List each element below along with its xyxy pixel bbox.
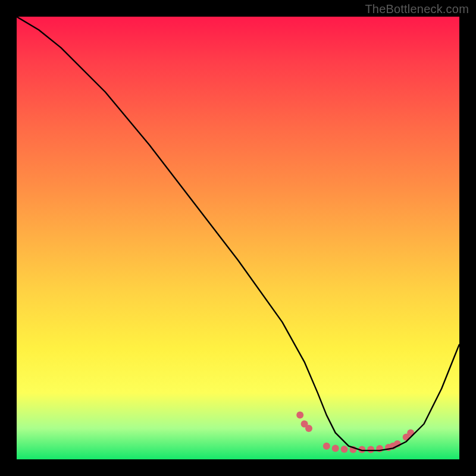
- marker-dot: [323, 443, 330, 450]
- marker-dot: [341, 446, 348, 453]
- chart-svg: [17, 17, 459, 459]
- marker-dot: [367, 446, 374, 453]
- marker-dot: [305, 425, 312, 432]
- chart-container: TheBottleneck.com: [0, 0, 476, 476]
- plot-area: [17, 17, 459, 459]
- marker-dot: [332, 444, 339, 452]
- marker-dot: [296, 412, 303, 419]
- curve-line: [17, 17, 459, 450]
- watermark-label: TheBottleneck.com: [365, 2, 469, 16]
